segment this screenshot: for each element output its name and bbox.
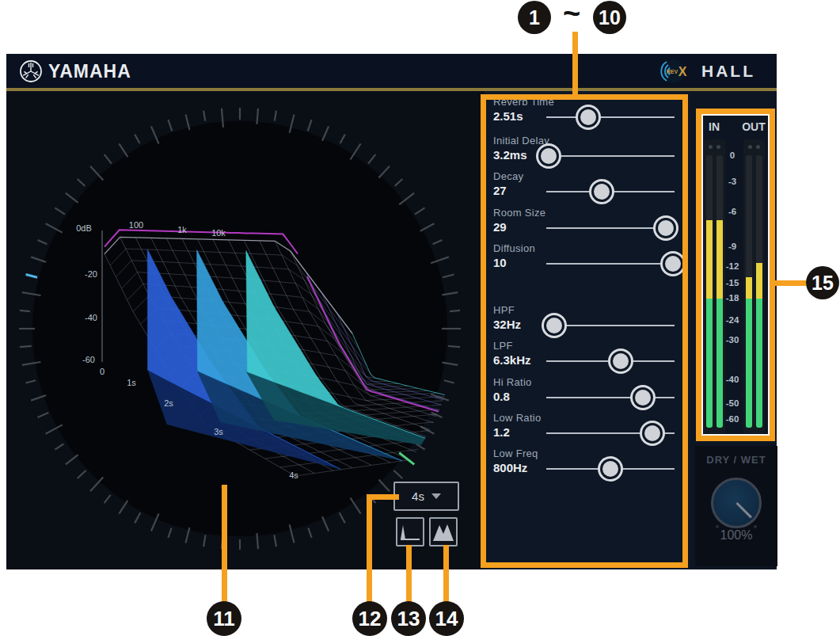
dry-wet-label: DRY / WET [695,454,777,466]
yamaha-tuning-fork-icon [19,59,43,83]
callout-bracket-meters [696,109,775,441]
chevron-down-icon [431,493,441,499]
svg-text:1s: 1s [127,378,136,387]
svg-text:100: 100 [129,220,143,230]
dry-wet-value: 100% [695,528,777,543]
title-bar: YAMAHA REV X HALL [6,54,777,88]
time-range-dropdown[interactable]: 4s [393,482,459,511]
svg-text:2s: 2s [164,398,173,408]
svg-text:0dB: 0dB [76,223,92,233]
svg-text:10k: 10k [211,228,226,238]
frequency-peaks-view-button[interactable] [429,517,458,547]
callout-13-badge: 13 [391,601,426,636]
svg-text:X: X [678,65,687,78]
svg-text:0: 0 [100,367,105,376]
svg-text:-20: -20 [85,269,97,279]
callout-bracket-params [481,94,688,568]
revx-logo: REV X [654,55,690,87]
callout-line-params [572,32,578,95]
time-range-value: 4s [412,489,424,503]
decay-envelope-icon [398,522,422,543]
callout-11-badge: 11 [207,601,241,636]
callout-line-15 [772,280,806,286]
graph-disc [32,121,447,536]
svg-text:-60: -60 [82,355,95,364]
svg-text:3s: 3s [214,427,223,436]
frequency-peaks-icon [431,522,455,543]
yamaha-logo: YAMAHA [19,59,131,83]
preset-name: HALL [701,62,755,81]
callout-line-12v [367,494,372,604]
callout-14-badge: 14 [429,601,464,636]
dry-wet-knob[interactable] [711,478,762,528]
callout-12-badge: 12 [352,601,387,636]
decay-envelope-view-button[interactable] [396,517,424,547]
callout-tilde: ~ [554,0,589,31]
svg-text:1k: 1k [177,225,187,234]
callout-1-badge: 1 [518,1,551,34]
knob-pointer [735,502,752,519]
dry-wet-section: DRY / WET 100% [695,446,777,566]
callout-10-badge: 10 [593,1,626,34]
svg-text:4s: 4s [289,470,298,480]
callout-line-14 [443,545,449,604]
svg-text:REV: REV [667,69,678,74]
callout-15-badge: 15 [806,266,839,299]
callout-line-13 [406,545,412,604]
callout-line-11 [222,485,227,604]
svg-text:-40: -40 [85,313,97,322]
brand-text: YAMAHA [48,61,131,82]
